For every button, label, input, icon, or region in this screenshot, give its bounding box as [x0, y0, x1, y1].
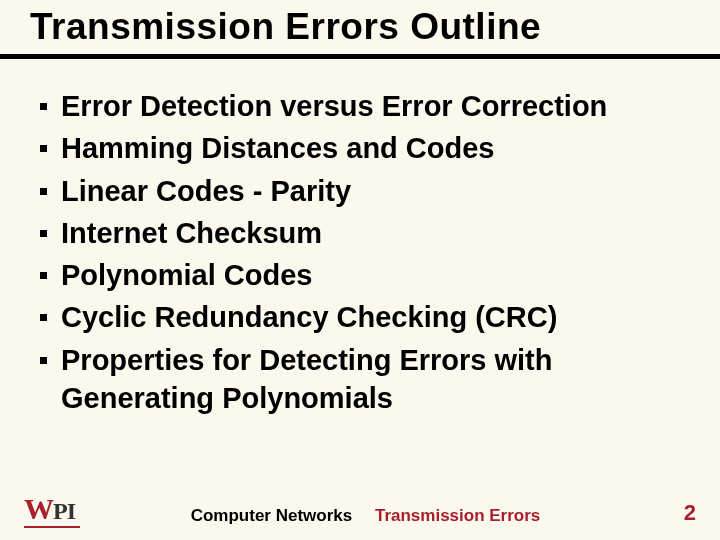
list-item: Properties for Detecting Errors with Gen…: [40, 341, 690, 418]
list-item: Hamming Distances and Codes: [40, 129, 690, 167]
title-area: Transmission Errors Outline: [0, 0, 720, 52]
slide: Transmission Errors Outline Error Detect…: [0, 0, 720, 540]
footer: W PI Computer Networks Transmission Erro…: [0, 492, 720, 526]
list-item-text: Hamming Distances and Codes: [61, 129, 690, 167]
bullet-square-icon: [40, 230, 47, 237]
list-item-text: Internet Checksum: [61, 214, 690, 252]
bullet-list: Error Detection versus Error Correction …: [40, 87, 690, 417]
list-item: Error Detection versus Error Correction: [40, 87, 690, 125]
logo-w: W: [24, 492, 52, 526]
list-item: Polynomial Codes: [40, 256, 690, 294]
bullet-square-icon: [40, 145, 47, 152]
bullet-square-icon: [40, 188, 47, 195]
bullet-square-icon: [40, 357, 47, 364]
slide-title: Transmission Errors Outline: [30, 6, 708, 48]
list-item-text: Properties for Detecting Errors with Gen…: [61, 341, 690, 418]
wpi-logo: W PI: [24, 492, 75, 526]
list-item-text: Polynomial Codes: [61, 256, 690, 294]
footer-center: Computer Networks Transmission Errors: [75, 506, 656, 526]
page-number: 2: [656, 500, 696, 526]
content-area: Error Detection versus Error Correction …: [0, 59, 720, 417]
list-item-text: Error Detection versus Error Correction: [61, 87, 690, 125]
bullet-square-icon: [40, 272, 47, 279]
bullet-square-icon: [40, 314, 47, 321]
footer-label-topic: Transmission Errors: [375, 506, 540, 525]
footer-label-course: Computer Networks: [191, 506, 353, 525]
list-item-text: Linear Codes - Parity: [61, 172, 690, 210]
bullet-square-icon: [40, 103, 47, 110]
list-item: Cyclic Redundancy Checking (CRC): [40, 298, 690, 336]
logo-underline: [24, 526, 80, 528]
list-item: Internet Checksum: [40, 214, 690, 252]
list-item: Linear Codes - Parity: [40, 172, 690, 210]
list-item-text: Cyclic Redundancy Checking (CRC): [61, 298, 690, 336]
logo-pi: PI: [53, 498, 75, 525]
